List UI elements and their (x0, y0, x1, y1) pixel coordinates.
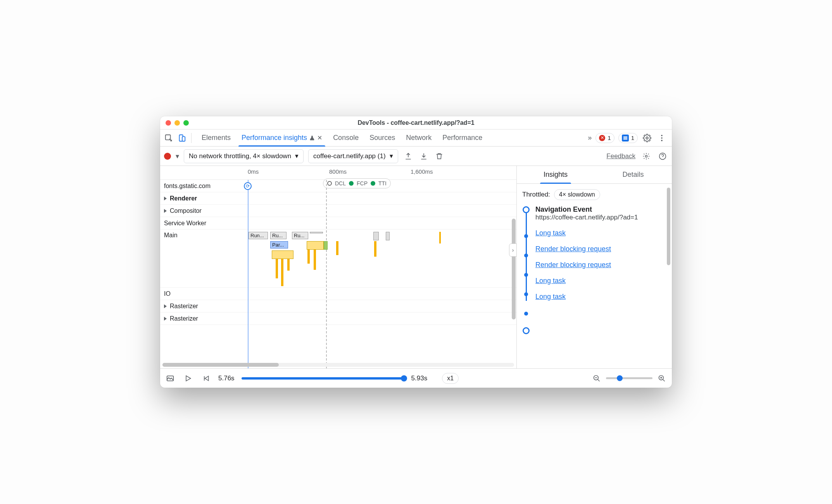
insight-long-task[interactable]: Long task (535, 229, 666, 237)
vertical-scrollbar[interactable] (512, 219, 516, 319)
time-ruler[interactable]: 0ms 800ms 1,600ms DCL FCP TTI (160, 166, 516, 180)
scrollbar-thumb[interactable] (162, 363, 279, 367)
issues-count: 1 (631, 135, 634, 141)
flame-task[interactable]: Run... (249, 232, 268, 239)
flame-bar[interactable] (276, 259, 278, 278)
flame-bar[interactable] (307, 250, 310, 264)
tab-performance-insights[interactable]: Performance insights ✕ (236, 129, 328, 146)
flame-task[interactable]: Ru... (270, 232, 287, 239)
flame-parse[interactable]: Par... (270, 241, 288, 249)
zoom-in-icon[interactable] (656, 373, 667, 384)
svg-point-7 (646, 155, 647, 157)
inspect-element-icon[interactable] (163, 133, 174, 143)
minimize-window-button[interactable] (174, 120, 180, 126)
horizontal-scrollbar[interactable] (162, 363, 514, 367)
export-icon[interactable] (403, 151, 414, 162)
timeline-pane: 0ms 800ms 1,600ms DCL FCP TTI ⟳ fonts.gs… (160, 166, 517, 368)
ruler-tick: 1,600ms (411, 168, 433, 175)
device-toggle-icon[interactable] (176, 133, 187, 143)
help-icon[interactable] (657, 151, 668, 162)
close-window-button[interactable] (166, 120, 171, 126)
experiment-flask-icon (309, 135, 315, 141)
import-icon[interactable] (418, 151, 429, 162)
tracks: ⟳ fonts.gstatic.com Renderer Compositor … (160, 180, 516, 368)
delete-icon[interactable] (434, 151, 445, 162)
nav-event-url: https://coffee-cart.netlify.app/?ad=1 (535, 214, 666, 221)
zoom-out-icon[interactable] (591, 373, 602, 384)
errors-count: 1 (608, 135, 611, 141)
tab-elements[interactable]: Elements (196, 129, 236, 146)
tab-network[interactable]: Network (400, 129, 437, 146)
time-range-slider[interactable] (242, 377, 404, 380)
issues-badge[interactable]: 1 (618, 133, 638, 143)
insight-long-task[interactable]: Long task (535, 277, 666, 285)
zoom-knob[interactable] (617, 375, 623, 381)
screenshot-toggle-icon[interactable] (165, 373, 176, 384)
flame-bar[interactable] (439, 232, 441, 243)
flame-script[interactable] (272, 250, 293, 259)
playback-speed-chip[interactable]: x1 (442, 373, 459, 384)
throttling-label: No network throttling, 4× slowdown (189, 152, 291, 160)
tabs-overflow-icon[interactable]: » (588, 134, 592, 142)
throttled-chip[interactable]: 4× slowdown (554, 189, 600, 200)
issues-icon (622, 135, 629, 142)
svg-point-3 (646, 137, 648, 139)
close-tab-icon[interactable]: ✕ (317, 134, 322, 142)
flame-task[interactable] (373, 232, 379, 240)
throttled-label: Throttled: (522, 191, 550, 198)
track-fonts[interactable]: fonts.gstatic.com (160, 183, 245, 190)
insight-long-task[interactable]: Long task (535, 293, 666, 301)
insights-body: Throttled: 4× slowdown (517, 184, 672, 368)
side-panel-toggle-icon[interactable]: › (509, 243, 517, 257)
side-panel: Insights Details Throttled: 4× slowdown (517, 166, 672, 368)
flame-script[interactable] (307, 241, 324, 250)
track-rasterizer[interactable]: Rasterizer (160, 303, 245, 310)
flame-bar[interactable] (374, 241, 376, 257)
panel-settings-icon[interactable] (641, 151, 652, 162)
step-dot-icon (524, 312, 528, 316)
tab-sources[interactable]: Sources (364, 129, 400, 146)
flame-bar[interactable] (336, 241, 338, 255)
zoom-slider[interactable] (606, 377, 652, 379)
main-flame-lane[interactable]: Run... Ru... Ru... Par... (245, 232, 516, 287)
insight-render-blocking[interactable]: Render blocking request (535, 245, 666, 253)
titlebar: DevTools - coffee-cart.netlify.app/?ad=1 (160, 116, 672, 129)
tab-performance[interactable]: Performance (437, 129, 488, 146)
track-io[interactable]: IO (160, 290, 245, 297)
track-rasterizer[interactable]: Rasterizer (160, 315, 245, 322)
track-renderer[interactable]: Renderer (160, 195, 245, 202)
zoom-window-button[interactable] (183, 120, 189, 126)
range-start-time: 5.76s (218, 375, 235, 382)
feedback-link[interactable]: Feedback (606, 152, 635, 160)
flame-bar[interactable] (287, 259, 290, 271)
tab-console[interactable]: Console (328, 129, 364, 146)
svg-point-5 (661, 137, 663, 139)
side-tab-insights[interactable]: Insights (517, 166, 594, 183)
play-icon[interactable] (183, 373, 193, 384)
main-area: 0ms 800ms 1,600ms DCL FCP TTI ⟳ fonts.gs… (160, 166, 672, 368)
target-dropdown[interactable]: coffee-cart.netlify.app (1) ▾ (308, 149, 398, 163)
ruler-tick: 800ms (329, 168, 347, 175)
track-main[interactable]: Main (160, 232, 245, 239)
errors-badge[interactable]: ✕ 1 (596, 133, 614, 143)
flame-task[interactable]: Ru... (292, 232, 308, 239)
flame-layout[interactable] (324, 241, 328, 250)
flame-task[interactable] (310, 232, 323, 233)
rewind-icon[interactable] (200, 373, 211, 384)
side-scrollbar[interactable] (667, 188, 670, 265)
window-title: DevTools - coffee-cart.netlify.app/?ad=1 (357, 119, 474, 126)
flame-bar[interactable] (314, 250, 316, 270)
insight-render-blocking[interactable]: Render blocking request (535, 261, 666, 269)
flame-task[interactable] (386, 232, 390, 240)
slider-knob[interactable] (401, 375, 407, 381)
record-dropdown-icon[interactable]: ▾ (176, 152, 179, 161)
track-compositor[interactable]: Compositor (160, 207, 245, 214)
range-end-time: 5.93s (411, 375, 428, 382)
track-service-worker[interactable]: Service Worker (160, 220, 245, 227)
side-tab-details[interactable]: Details (594, 166, 672, 183)
settings-gear-icon[interactable] (642, 133, 652, 143)
record-button[interactable] (164, 153, 171, 160)
flame-bar[interactable] (281, 259, 283, 286)
throttling-dropdown[interactable]: No network throttling, 4× slowdown ▾ (184, 149, 304, 163)
more-menu-icon[interactable] (656, 133, 667, 143)
